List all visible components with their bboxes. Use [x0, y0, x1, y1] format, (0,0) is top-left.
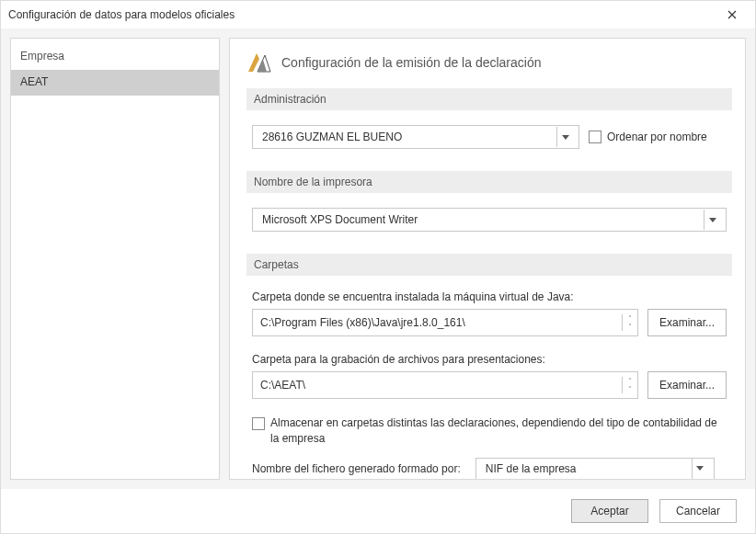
spin-up-icon[interactable]: ˄ — [623, 314, 637, 323]
pres-path-label: Carpeta para la grabación de archivos pa… — [246, 353, 732, 366]
order-by-name-row: Ordenar por nombre — [589, 131, 707, 143]
section-printer-heading: Nombre de la impresora — [246, 171, 732, 193]
agency-logo-icon — [246, 51, 272, 74]
spin-up-icon[interactable]: ˄ — [623, 377, 637, 385]
pres-browse-button[interactable]: Examinar... — [647, 371, 727, 399]
generated-name-label: Nombre del fichero generado formado por: — [252, 462, 461, 475]
chevron-down-icon — [556, 127, 573, 147]
accept-button[interactable]: Aceptar — [571, 499, 648, 523]
dialog-window: Configuración de datos para modelos ofic… — [0, 0, 756, 534]
pres-path-row: ˄ ˅ Examinar... — [246, 371, 732, 399]
admin-row: 28616 GUZMAN EL BUENO Ordenar por nombre — [246, 125, 732, 149]
generated-name-row: Nombre del fichero generado formado por:… — [246, 458, 732, 480]
pres-path-input-wrap: ˄ ˅ — [252, 371, 638, 399]
java-path-input[interactable] — [253, 310, 622, 335]
page-title: Configuración de la emisión de la declar… — [281, 55, 542, 70]
pres-path-spinner: ˄ ˅ — [622, 377, 637, 393]
sidebar-item-aeat[interactable]: AEAT — [11, 70, 219, 96]
spin-down-icon[interactable]: ˅ — [623, 385, 637, 393]
window-title: Configuración de datos para modelos ofic… — [8, 8, 716, 21]
store-separate-label: Almacenar en carpetas distintas las decl… — [270, 415, 727, 447]
admin-select[interactable]: 28616 GUZMAN EL BUENO — [252, 125, 579, 149]
java-path-label: Carpeta donde se encuentra instalada la … — [246, 290, 732, 303]
order-by-name-label: Ordenar por nombre — [607, 131, 707, 143]
page-header: Configuración de la emisión de la declar… — [246, 51, 732, 74]
cancel-button[interactable]: Cancelar — [659, 499, 737, 523]
printer-select-value: Microsoft XPS Document Writer — [262, 213, 418, 226]
section-folders-heading: Carpetas — [246, 254, 732, 276]
java-path-spinner: ˄ ˅ — [622, 314, 637, 331]
spin-down-icon[interactable]: ˅ — [623, 323, 637, 331]
pres-path-input[interactable] — [253, 372, 622, 398]
generated-name-value: NIF de la empresa — [486, 462, 577, 475]
java-path-row: ˄ ˅ Examinar... — [246, 309, 732, 336]
store-separate-checkbox[interactable] — [252, 417, 265, 430]
chevron-down-icon — [704, 210, 720, 230]
dialog-footer: Aceptar Cancelar — [1, 489, 755, 533]
folders-block: Carpeta donde se encuentra instalada la … — [246, 290, 732, 480]
titlebar: Configuración de datos para modelos ofic… — [1, 1, 755, 28]
main-panel: Configuración de la emisión de la declar… — [229, 38, 746, 480]
store-separate-row: Almacenar en carpetas distintas las decl… — [246, 415, 732, 447]
close-icon — [727, 10, 737, 19]
section-admin-heading: Administración — [246, 88, 732, 110]
printer-row: Microsoft XPS Document Writer — [246, 208, 732, 232]
java-path-input-wrap: ˄ ˅ — [252, 309, 638, 336]
content-area: Empresa AEAT Configuración de la emisión… — [1, 28, 755, 489]
sidebar-item-empresa[interactable]: Empresa — [11, 44, 219, 70]
admin-select-value: 28616 GUZMAN EL BUENO — [262, 131, 402, 143]
printer-select[interactable]: Microsoft XPS Document Writer — [252, 208, 727, 232]
generated-name-select[interactable]: NIF de la empresa — [475, 458, 715, 480]
order-by-name-checkbox[interactable] — [589, 131, 601, 143]
java-browse-button[interactable]: Examinar... — [647, 309, 727, 336]
close-button[interactable] — [716, 4, 748, 26]
sidebar: Empresa AEAT — [10, 38, 220, 480]
chevron-down-icon — [692, 459, 708, 479]
